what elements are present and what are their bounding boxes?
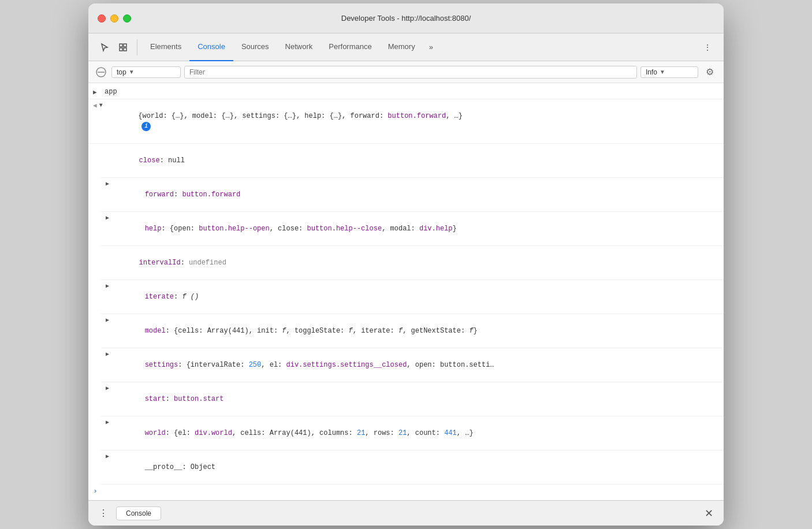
start-content: start: button.start (111, 383, 719, 415)
window-title: Developer Tools - http://localhost:8080/ (341, 14, 471, 23)
property-model: ▶ model: {cells: Array(441), init: f, to… (101, 314, 724, 348)
console-log-line: ▶ app (88, 85, 724, 99)
property-world: ▶ world: {el: div.world, cells: Array(44… (101, 416, 724, 450)
console-settings-button[interactable]: ⚙ (702, 64, 718, 80)
log-level-dropdown-arrow: ▼ (660, 69, 665, 75)
console-tab-button[interactable]: Console (116, 506, 161, 520)
iterate-content: iterate: f () (111, 281, 719, 312)
back-arrow: ◀ (93, 100, 97, 111)
tab-more[interactable]: » (423, 33, 439, 61)
tab-performance[interactable]: Performance (321, 33, 379, 61)
world-content: world: {el: div.world, cells: Array(441)… (111, 418, 719, 449)
forward-expand-arrow[interactable]: ▶ (106, 179, 109, 189)
object-summary: {world: {…}, model: {…}, settings: {…}, … (105, 100, 719, 142)
drawer-options-button[interactable]: ⋮ (95, 505, 111, 521)
bottom-bar: ⋮ Console ✕ (88, 500, 724, 526)
menu-icon[interactable]: ⋮ (698, 38, 717, 57)
log-arrow-right: ▶ (93, 87, 101, 98)
proto-expand-arrow[interactable]: ▶ (106, 452, 109, 462)
start-expand-arrow[interactable]: ▶ (106, 383, 109, 394)
cursor-icon[interactable] (95, 38, 114, 57)
svg-rect-2 (120, 48, 122, 51)
title-bar: Developer Tools - http://localhost:8080/ (88, 3, 724, 33)
iterate-expand-arrow[interactable]: ▶ (106, 281, 109, 292)
property-help: ▶ help: {open: button.help--open, close:… (101, 212, 724, 246)
settings-expand-arrow[interactable]: ▶ (106, 349, 109, 360)
tab-console[interactable]: Console (189, 33, 233, 61)
tab-network[interactable]: Network (277, 33, 321, 61)
devtools-toolbar: Elements Console Sources Network Perform… (88, 33, 724, 61)
log-content: app (105, 87, 719, 97)
minimize-button[interactable] (110, 14, 118, 23)
intervalid-content: intervalId: undefined (106, 247, 719, 278)
proto-content: __proto__: Object (111, 452, 719, 483)
property-proto: ▶ __proto__: Object (101, 450, 724, 485)
model-expand-arrow[interactable]: ▶ (106, 315, 109, 326)
help-expand-arrow[interactable]: ▶ (106, 213, 109, 223)
toolbar-divider (137, 39, 137, 55)
tab-elements[interactable]: Elements (142, 33, 189, 61)
property-close: close: null (101, 144, 724, 178)
svg-rect-0 (120, 44, 122, 47)
log-level-selector[interactable]: Info ▼ (640, 66, 698, 78)
traffic-lights (98, 14, 131, 23)
toolbar-tabs: Elements Console Sources Network Perform… (142, 33, 698, 61)
clear-console-button[interactable] (94, 65, 108, 79)
console-cursor: › (93, 487, 98, 496)
tab-sources[interactable]: Sources (233, 33, 277, 61)
context-selector[interactable]: top ▼ (111, 66, 181, 78)
property-intervalid: intervalId: undefined (101, 246, 724, 280)
info-badge: i (141, 122, 151, 131)
console-toolbar: top ▼ Info ▼ ⚙ (88, 61, 724, 83)
property-settings: ▶ settings: {intervalRate: 250, el: div.… (101, 348, 724, 382)
svg-rect-1 (124, 44, 126, 47)
close-button[interactable] (98, 14, 106, 23)
console-output: ▶ app ◀ ▼ {world: {…}, model: {…}, setti… (88, 83, 724, 500)
tab-memory[interactable]: Memory (380, 33, 423, 61)
maximize-button[interactable] (123, 14, 131, 23)
settings-content: settings: {intervalRate: 250, el: div.se… (111, 349, 719, 381)
svg-rect-3 (124, 48, 126, 51)
devtools-window: Developer Tools - http://localhost:8080/… (88, 3, 724, 526)
context-dropdown-arrow: ▼ (129, 69, 135, 75)
property-content: close: null (106, 145, 719, 176)
property-forward: ▶ forward: button.forward (101, 178, 724, 212)
property-iterate: ▶ iterate: f () (101, 280, 724, 314)
inspect-icon[interactable] (114, 38, 132, 57)
toolbar-end: ⋮ (698, 38, 717, 57)
console-object-line: ◀ ▼ {world: {…}, model: {…}, settings: {… (88, 99, 724, 144)
console-input-line[interactable]: › (88, 485, 724, 498)
model-content: model: {cells: Array(441), init: f, togg… (111, 315, 719, 347)
forward-content: forward: button.forward (111, 179, 719, 210)
expand-arrow[interactable]: ▼ (99, 100, 103, 111)
filter-input[interactable] (184, 66, 637, 79)
close-drawer-button[interactable]: ✕ (701, 505, 717, 521)
help-content: help: {open: button.help--open, close: b… (111, 213, 719, 244)
property-start: ▶ start: button.start (101, 382, 724, 416)
world-expand-arrow[interactable]: ▶ (106, 418, 109, 428)
